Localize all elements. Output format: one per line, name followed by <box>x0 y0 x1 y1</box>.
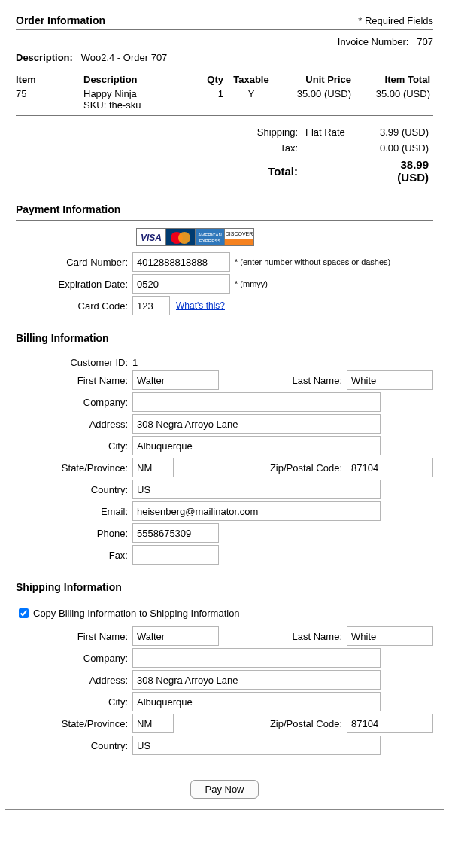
card-number-input[interactable] <box>132 252 230 272</box>
shipping-company-row: Company: <box>16 648 433 668</box>
copy-billing-label: Copy Billing Information to Shipping Inf… <box>33 608 240 619</box>
shipping-country-input[interactable] <box>132 736 381 755</box>
shipping-company-input[interactable] <box>132 648 381 668</box>
shipping-city-input[interactable] <box>132 692 381 711</box>
card-code-row: Card Code: What's this? <box>16 296 433 315</box>
invoice-label: Invoice Number: <box>338 36 409 47</box>
invoice-number: 707 <box>417 36 433 47</box>
billing-company-row: Company: <box>16 392 433 412</box>
shipping-title: Shipping Information <box>16 581 433 593</box>
expiration-input[interactable] <box>132 274 230 294</box>
billing-company-label: Company: <box>16 397 132 408</box>
invoice-row: Invoice Number: 707 <box>16 36 433 47</box>
cell-unit-price: 35.00 (USD) <box>279 87 354 112</box>
col-item-total: Item Total <box>354 72 433 87</box>
shipping-first-name-input[interactable] <box>132 626 219 646</box>
required-fields-note: * Required Fields <box>358 15 433 26</box>
shipping-last-name-label: Last Name: <box>278 631 347 642</box>
expiration-label: Expiration Date: <box>16 279 132 290</box>
divider <box>16 769 433 769</box>
shipping-city-row: City: <box>16 692 433 711</box>
copy-billing-checkbox[interactable] <box>19 608 29 618</box>
billing-zip-label: Zip/Postal Code: <box>255 462 347 474</box>
payment-title: Payment Information <box>16 203 433 215</box>
billing-address-input[interactable] <box>132 414 381 434</box>
shipping-address-label: Address: <box>16 675 132 686</box>
billing-first-name-input[interactable] <box>132 370 219 390</box>
total-row: Total: 38.99 (USD) <box>17 157 432 185</box>
billing-address-label: Address: <box>16 419 132 430</box>
card-number-hint: * (enter number without spaces or dashes… <box>235 257 390 266</box>
billing-state-input[interactable] <box>132 458 174 477</box>
billing-phone-label: Phone: <box>16 528 132 539</box>
card-code-input[interactable] <box>132 296 170 315</box>
billing-city-input[interactable] <box>132 436 381 455</box>
billing-email-label: Email: <box>16 506 132 517</box>
description-value: Woo2.4 - Order 707 <box>81 52 168 63</box>
tax-row: Tax: 0.00 (USD) <box>17 141 432 155</box>
items-header-row: Item Description Qty Taxable Unit Price … <box>16 72 433 87</box>
shipping-label: Shipping: <box>17 125 301 139</box>
col-description: Description <box>83 72 196 87</box>
tax-value: 0.00 (USD) <box>364 141 432 155</box>
cell-description: Happy Ninja SKU: the-sku <box>83 87 196 112</box>
billing-company-input[interactable] <box>132 392 381 412</box>
whats-this-link[interactable]: What's this? <box>176 300 225 311</box>
discover-icon: DISCOVER <box>224 228 254 246</box>
billing-city-row: City: <box>16 436 433 455</box>
shipping-address-input[interactable] <box>132 670 381 690</box>
pay-now-button[interactable]: Pay Now <box>190 780 258 799</box>
billing-email-input[interactable] <box>132 501 381 521</box>
card-code-label: Card Code: <box>16 300 132 312</box>
shipping-method: Flat Rate <box>302 125 363 139</box>
shipping-name-row: First Name: Last Name: <box>16 626 433 646</box>
shipping-country-row: Country: <box>16 736 433 755</box>
items-table: Item Description Qty Taxable Unit Price … <box>16 72 433 112</box>
billing-country-row: Country: <box>16 480 433 499</box>
table-row: 75 Happy Ninja SKU: the-sku 1 Y 35.00 (U… <box>16 87 433 112</box>
shipping-first-name-label: First Name: <box>16 631 132 642</box>
shipping-last-name-input[interactable] <box>347 626 433 646</box>
shipping-state-input[interactable] <box>132 714 174 733</box>
order-info-title: Order Information <box>16 14 105 26</box>
billing-country-input[interactable] <box>132 480 381 499</box>
shipping-state-zip-row: State/Province: Zip/Postal Code: <box>16 714 433 733</box>
billing-name-row: First Name: Last Name: <box>16 370 433 390</box>
billing-zip-input[interactable] <box>347 458 433 477</box>
description-row: Description: Woo2.4 - Order 707 <box>16 52 433 63</box>
pay-now-row: Pay Now <box>16 780 433 799</box>
order-form: Order Information * Required Fields Invo… <box>5 5 444 810</box>
billing-fax-row: Fax: <box>16 545 433 565</box>
billing-phone-row: Phone: <box>16 523 433 543</box>
cell-taxable: Y <box>226 87 279 112</box>
shipping-value: 3.99 (USD) <box>364 125 432 139</box>
divider <box>16 115 433 116</box>
billing-fax-label: Fax: <box>16 550 132 561</box>
shipping-address-row: Address: <box>16 670 433 690</box>
billing-state-zip-row: State/Province: Zip/Postal Code: <box>16 458 433 477</box>
billing-first-name-label: First Name: <box>16 375 132 386</box>
cell-item-total: 35.00 (USD) <box>354 87 433 112</box>
cell-qty: 1 <box>196 87 226 112</box>
billing-fax-input[interactable] <box>132 545 219 565</box>
customer-id-label: Customer ID: <box>16 357 132 368</box>
billing-last-name-input[interactable] <box>347 370 433 390</box>
billing-country-label: Country: <box>16 484 132 495</box>
billing-phone-input[interactable] <box>132 523 219 543</box>
card-number-label: Card Number: <box>16 257 132 268</box>
amex-icon: AMERICANEXPRESS <box>195 228 225 246</box>
divider <box>16 220 433 221</box>
shipping-zip-input[interactable] <box>347 714 433 733</box>
card-brand-icons: VISAAMERICANEXPRESSDISCOVER <box>136 228 433 246</box>
description-label: Description: <box>16 52 73 63</box>
totals-table: Shipping: Flat Rate 3.99 (USD) Tax: 0.00… <box>16 123 433 187</box>
item-sku: SKU: the-sku <box>83 99 141 111</box>
col-qty: Qty <box>196 72 226 87</box>
tax-label: Tax: <box>17 141 301 155</box>
card-number-row: Card Number: * (enter number without spa… <box>16 252 433 272</box>
billing-address-row: Address: <box>16 414 433 434</box>
col-item: Item <box>16 72 83 87</box>
divider <box>16 349 433 349</box>
billing-title: Billing Information <box>16 332 433 344</box>
col-taxable: Taxable <box>226 72 279 87</box>
